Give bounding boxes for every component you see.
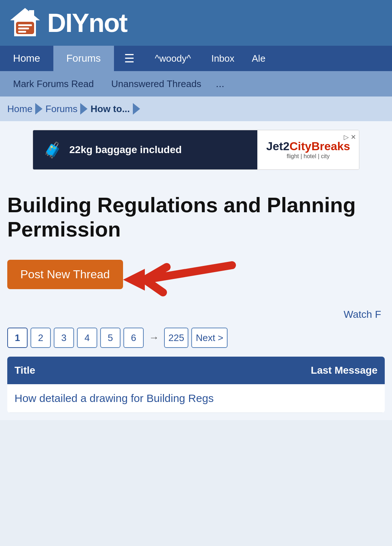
breadcrumb-current: How to... [90, 103, 130, 115]
hamburger-menu-icon[interactable]: ☰ [114, 46, 145, 71]
ad-area: 🧳 22kg baggage included ▷ ✕ Jet2CityBrea… [0, 121, 392, 178]
page-btn-2[interactable]: 2 [30, 328, 51, 348]
page-content: Building Regulations and Planning Permis… [0, 178, 392, 420]
breadcrumb-home[interactable]: Home [7, 103, 32, 115]
page-btn-3[interactable]: 3 [54, 328, 74, 348]
post-thread-row: Post New Thread [7, 254, 385, 305]
breadcrumb-sep-2 [80, 103, 87, 115]
ad-left-panel: 🧳 22kg baggage included [33, 130, 257, 169]
post-new-thread-button[interactable]: Post New Thread [7, 260, 123, 289]
page-btn-1[interactable]: 1 [7, 328, 28, 348]
svg-rect-5 [18, 31, 26, 33]
svg-rect-1 [29, 10, 34, 18]
sub-nav-unanswered-threads[interactable]: Unanswered Threads [104, 71, 209, 97]
thread-link[interactable]: How detailed a drawing for Building Regs [15, 392, 214, 404]
ad-controls: ▷ ✕ [254, 133, 356, 141]
logo-icon [9, 7, 41, 39]
col-title: Title [7, 357, 281, 384]
ad-banner[interactable]: 🧳 22kg baggage included ▷ ✕ Jet2CityBrea… [33, 130, 359, 170]
sub-nav-mark-forums-read[interactable]: Mark Forums Read [6, 71, 101, 97]
table-body: How detailed a drawing for Building Regs [7, 384, 385, 413]
sub-nav-more[interactable]: ... [212, 78, 229, 90]
table-header: Title Last Message [7, 357, 385, 384]
page-btn-next[interactable]: Next > [191, 328, 228, 348]
pagination-ellipsis: → [147, 332, 161, 344]
thread-table: Title Last Message How detailed a drawin… [7, 357, 385, 413]
ad-brand-name: Jet2CityBreaks [266, 140, 350, 153]
breadcrumb: Home Forums How to... [0, 97, 392, 121]
page-btn-6[interactable]: 6 [123, 328, 144, 348]
nav-username[interactable]: ^woody^ [145, 46, 201, 71]
nav-forums[interactable]: Forums [53, 46, 114, 71]
col-last-message: Last Message [281, 357, 385, 384]
ad-icons[interactable]: ▷ ✕ [344, 133, 356, 141]
logo-area[interactable]: DIYnot [9, 7, 127, 39]
page-btn-5[interactable]: 5 [100, 328, 121, 348]
breadcrumb-sep-3 [133, 103, 140, 115]
watch-link[interactable]: Watch F [7, 309, 385, 320]
svg-marker-7 [123, 269, 145, 291]
site-header: DIYnot [0, 0, 392, 46]
breadcrumb-forums[interactable]: Forums [45, 103, 77, 115]
sub-nav: Mark Forums Read Unanswered Threads ... [0, 71, 392, 97]
site-logo-text: DIYnot [47, 8, 127, 38]
thread-last-message-cell [281, 384, 385, 413]
breadcrumb-sep-1 [35, 103, 42, 115]
ad-left-text: 22kg baggage included [69, 144, 182, 156]
annotation-arrow [116, 247, 239, 305]
table-row: How detailed a drawing for Building Regs [7, 384, 385, 413]
page-btn-4[interactable]: 4 [77, 328, 97, 348]
page-btn-last[interactable]: 225 [164, 328, 188, 348]
luggage-icon: 🧳 [43, 141, 62, 159]
ad-right-panel: ▷ ✕ Jet2CityBreaks flight | hotel | city [257, 130, 359, 169]
main-nav: Home Forums ☰ ^woody^ Inbox Ale [0, 46, 392, 71]
nav-home[interactable]: Home [0, 46, 53, 71]
ad-tagline: flight | hotel | city [287, 153, 330, 160]
forum-title: Building Regulations and Planning Permis… [7, 193, 385, 241]
svg-rect-4 [18, 28, 29, 29]
pagination: 1 2 3 4 5 6 → 225 Next > [7, 328, 385, 348]
nav-inbox[interactable]: Inbox [201, 46, 245, 71]
nav-alerts[interactable]: Ale [245, 46, 273, 71]
svg-rect-3 [18, 24, 32, 26]
thread-title-cell[interactable]: How detailed a drawing for Building Regs [7, 384, 281, 413]
